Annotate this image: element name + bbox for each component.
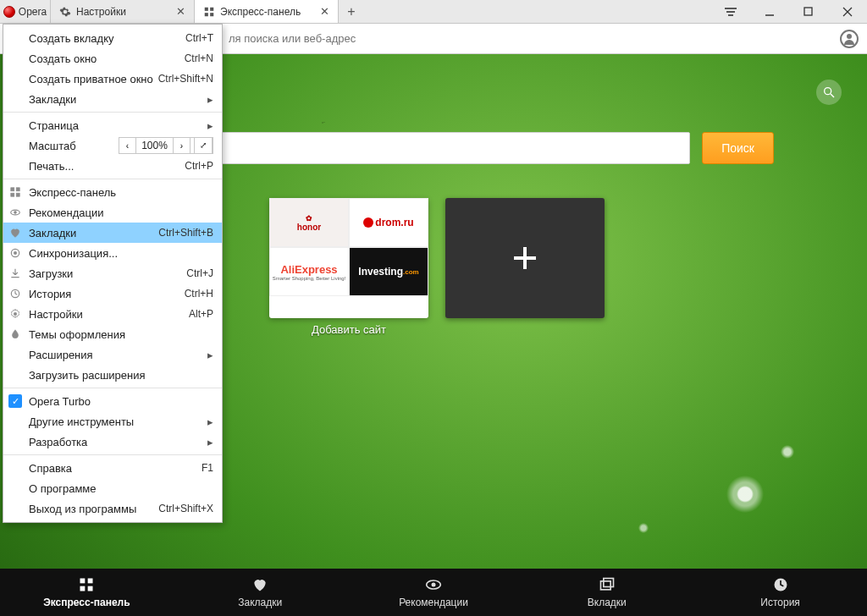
- svg-point-19: [14, 312, 17, 316]
- svg-point-25: [431, 583, 435, 587]
- menu-recommendations[interactable]: Рекомендации: [3, 202, 222, 223]
- history-icon: [8, 287, 22, 300]
- opera-main-menu: Создать вкладкуCtrl+T Создать окноCtrl+N…: [3, 24, 223, 523]
- chevron-right-icon: ▸: [207, 349, 213, 361]
- thumb-honor: ✿honor: [269, 198, 349, 247]
- menu-developer[interactable]: Разработка▸: [3, 432, 222, 452]
- tab-settings[interactable]: Настройки ✕: [51, 0, 195, 23]
- tab-close-icon[interactable]: ✕: [176, 5, 185, 18]
- history-icon: [772, 576, 789, 593]
- sync-icon: [8, 246, 22, 260]
- gear-icon: [8, 307, 22, 321]
- zoom-out-button[interactable]: ‹: [119, 138, 136, 153]
- bottom-speed-dial[interactable]: Экспресс-панель: [23, 576, 150, 608]
- menu-downloads[interactable]: ЗагрузкиCtrl+J: [3, 263, 222, 283]
- zoom-in-button[interactable]: ›: [174, 138, 191, 153]
- zoom-value: 100%: [136, 138, 174, 153]
- menu-sync[interactable]: Синхронизация...: [3, 243, 222, 263]
- menu-new-tab[interactable]: Создать вкладкуCtrl+T: [3, 28, 222, 48]
- svg-rect-0: [205, 7, 208, 10]
- opera-logo-icon: [3, 6, 15, 18]
- fullscreen-button[interactable]: ⤢: [194, 137, 213, 154]
- menu-history[interactable]: ИсторияCtrl+H: [3, 283, 222, 304]
- menu-exit[interactable]: Выход из программыCtrl+Shift+X: [3, 498, 222, 519]
- bottom-discover[interactable]: Рекомендации: [370, 576, 497, 608]
- opera-menu-label: Opera: [19, 6, 47, 18]
- svg-rect-23: [88, 586, 93, 591]
- menu-new-private[interactable]: Создать приватное окноCtrl+Shift+N: [3, 69, 222, 89]
- download-icon: [8, 267, 22, 280]
- svg-rect-13: [16, 193, 19, 196]
- menu-separator: [3, 179, 222, 179]
- tab-label: Настройки: [76, 6, 126, 18]
- menu-help[interactable]: СправкаF1: [3, 458, 222, 478]
- tab-close-icon[interactable]: ✕: [320, 5, 329, 18]
- bottom-bar: Экспресс-панель Закладки Рекомендации Вк…: [0, 569, 867, 616]
- maximize-button[interactable]: [789, 0, 828, 23]
- menu-separator: [3, 454, 222, 455]
- menu-bookmarks-sub[interactable]: Закладки▸: [3, 89, 222, 109]
- svg-rect-11: [16, 188, 19, 191]
- tile-folder[interactable]: ✿honor drom.ru AliExpressSmarter Shoppin…: [269, 198, 428, 318]
- menu-about[interactable]: О программе: [3, 478, 222, 498]
- search-icon: [822, 85, 836, 99]
- bottom-history[interactable]: История: [717, 576, 844, 608]
- menu-separator: [3, 112, 222, 113]
- menu-zoom: Масштаб ‹ 100% › ⤢: [3, 135, 222, 156]
- grid-icon: [78, 576, 95, 593]
- menu-speed-dial[interactable]: Экспресс-панель: [3, 182, 222, 202]
- svg-rect-21: [88, 579, 93, 584]
- menu-settings[interactable]: НастройкиAlt+P: [3, 304, 222, 324]
- svg-point-15: [14, 212, 17, 214]
- svg-rect-27: [604, 579, 614, 587]
- app-menu-button[interactable]: [711, 0, 750, 23]
- svg-rect-20: [80, 579, 86, 584]
- chevron-right-icon: ▸: [207, 119, 213, 132]
- opera-menu-button[interactable]: Opera: [0, 0, 51, 23]
- menu-separator: [3, 388, 222, 388]
- heart-icon: [251, 576, 268, 593]
- menu-print[interactable]: Печать...Ctrl+P: [3, 156, 222, 176]
- menu-themes[interactable]: Темы оформления: [3, 324, 222, 344]
- tab-strip: Настройки ✕ Экспресс-панель ✕ +: [51, 0, 711, 23]
- tab-speed-dial[interactable]: Экспресс-панель ✕: [195, 0, 339, 23]
- menu-new-window[interactable]: Создать окноCtrl+N: [3, 48, 222, 69]
- menu-icon: [725, 8, 737, 16]
- address-input[interactable]: [229, 28, 831, 50]
- eye-icon: [8, 206, 22, 219]
- gear-icon: [59, 6, 71, 18]
- add-site-label: Добавить сайт: [269, 323, 428, 336]
- bottom-tabs[interactable]: Вкладки: [544, 576, 671, 608]
- window-controls: [711, 0, 867, 23]
- menu-bookmarks[interactable]: ЗакладкиCtrl+Shift+B: [3, 223, 222, 243]
- checkbox-checked-icon: ✓: [8, 394, 22, 408]
- svg-rect-3: [210, 13, 213, 16]
- chevron-right-icon: ▸: [207, 415, 213, 428]
- thumb-aliexpress: AliExpressSmarter Shopping, Better Livin…: [269, 247, 349, 296]
- menu-extensions[interactable]: Расширения▸: [3, 344, 222, 365]
- menu-turbo[interactable]: ✓Opera Turbo: [3, 391, 222, 411]
- eye-icon: [425, 576, 442, 593]
- droplet-icon: [8, 327, 22, 341]
- thumb-investing: Investing.com: [349, 247, 428, 296]
- tile-add-site[interactable]: [445, 198, 605, 318]
- thumb-drom: drom.ru: [349, 198, 428, 247]
- new-tab-button[interactable]: +: [339, 0, 364, 23]
- svg-point-17: [14, 251, 17, 255]
- svg-rect-22: [80, 586, 86, 591]
- menu-tools[interactable]: Другие инструменты▸: [3, 411, 222, 432]
- close-window-button[interactable]: [828, 0, 867, 23]
- svg-rect-26: [600, 581, 610, 590]
- customize-button[interactable]: [816, 80, 842, 105]
- menu-get-extensions[interactable]: Загрузить расширения: [3, 365, 222, 385]
- grid-icon: [203, 6, 215, 18]
- titlebar: Opera Настройки ✕ Экспресс-панель ✕ +: [0, 0, 867, 24]
- minimize-button[interactable]: [750, 0, 789, 23]
- svg-rect-10: [11, 188, 14, 191]
- profile-button[interactable]: [840, 30, 859, 48]
- menu-page-sub[interactable]: Страница▸: [3, 115, 222, 135]
- svg-point-8: [825, 88, 831, 95]
- grid-icon: [8, 185, 22, 199]
- bottom-bookmarks[interactable]: Закладки: [196, 576, 323, 608]
- search-button[interactable]: Поиск: [702, 132, 774, 164]
